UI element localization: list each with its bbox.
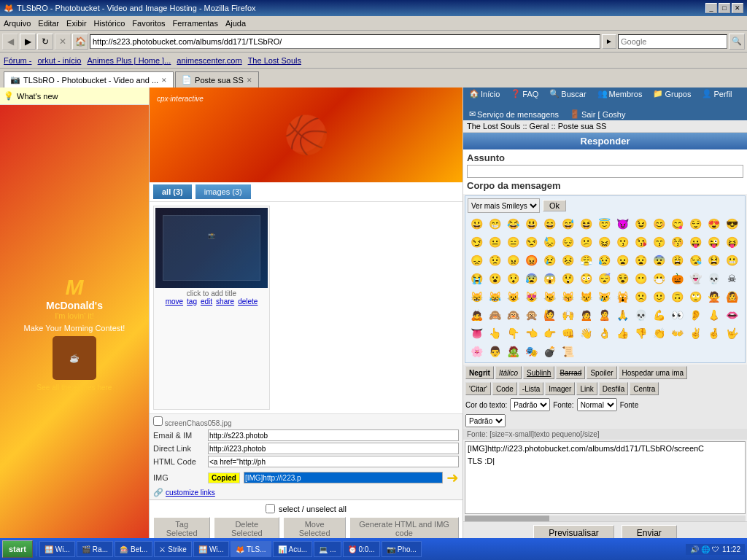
emoji-cell[interactable]: ☠ xyxy=(723,270,740,287)
emoji-cell[interactable]: 😝 xyxy=(723,233,740,251)
search-go-button[interactable]: 🔍 xyxy=(729,34,745,50)
emoji-cell[interactable]: 🙃 xyxy=(668,288,686,306)
emoji-cell[interactable]: 😍 xyxy=(705,215,722,233)
emoji-cell[interactable]: 👐 xyxy=(668,324,686,342)
emoji-cell[interactable]: 😌 xyxy=(686,215,704,233)
emoji-cell[interactable]: 😤 xyxy=(577,252,595,269)
taskbar-item-4[interactable]: 🪟 Wi... xyxy=(193,541,229,557)
emoji-cell[interactable]: 👻 xyxy=(686,270,704,287)
emoji-cell[interactable]: 😸 xyxy=(468,288,485,306)
emoji-cell[interactable]: 😼 xyxy=(541,288,558,306)
emoji-cell[interactable]: 😡 xyxy=(522,252,540,269)
emoji-cell[interactable]: 😘 xyxy=(632,233,649,251)
email-im-input[interactable] xyxy=(208,429,459,441)
emoji-cell[interactable]: 👇 xyxy=(504,324,522,342)
nav-servico[interactable]: ✉ Serviço de mensagens xyxy=(469,109,559,119)
emoji-cell[interactable]: 😽 xyxy=(559,288,576,306)
emoji-cell[interactable]: ✌ xyxy=(686,324,704,342)
nav-sair[interactable]: 🚪 Sair [ Goshy xyxy=(570,109,626,119)
taskbar-item-1[interactable]: 🎬 Ra... xyxy=(77,541,113,557)
emoji-cell[interactable]: 👏 xyxy=(650,324,667,342)
emoji-cell[interactable]: 🙊 xyxy=(522,306,540,324)
minimize-button[interactable]: _ xyxy=(705,3,717,13)
photo-thumbnail[interactable]: 📸 xyxy=(155,208,268,288)
tab-photobucket[interactable]: 📷 TLSbRO - Photobucket - Video and ... ✕ xyxy=(4,71,174,88)
emoji-cell[interactable]: 🤟 xyxy=(723,324,740,342)
emoji-cell[interactable]: 😈 xyxy=(614,215,631,233)
emoji-cell[interactable]: 😩 xyxy=(668,252,686,269)
emoji-cell[interactable]: 😋 xyxy=(668,215,686,233)
forward-button[interactable]: ▶ xyxy=(20,34,36,50)
message-editor[interactable]: [IMG]http://i223.photobucket.com/albums/… xyxy=(465,441,746,514)
emoji-cell[interactable]: 😢 xyxy=(541,252,558,269)
spoiler-button[interactable]: Spoiler xyxy=(587,366,616,379)
emoji-cell[interactable]: 😳 xyxy=(577,270,595,287)
emoji-cell[interactable]: 🙌 xyxy=(559,306,576,324)
emoji-cell[interactable]: 😙 xyxy=(650,233,667,251)
emoji-cell[interactable]: 👌 xyxy=(595,324,613,342)
mcdonalds-see-entries[interactable]: See all the entries here xyxy=(37,384,112,392)
emoji-cell[interactable]: 👉 xyxy=(541,324,558,342)
emoji-cell[interactable]: 🙄 xyxy=(686,288,704,306)
emoji-cell[interactable]: 🙅 xyxy=(705,288,722,306)
emoji-cell[interactable]: 😏 xyxy=(468,233,485,251)
emoji-cell[interactable]: 😥 xyxy=(595,252,613,269)
bold-button[interactable]: Negrit xyxy=(465,366,494,379)
generate-code-button[interactable]: Generate HTML and IMG code xyxy=(349,517,459,540)
desfila-button[interactable]: Desfila xyxy=(599,382,629,395)
emoji-cell[interactable]: 👎 xyxy=(632,324,649,342)
mcdonalds-ad[interactable]: M McDonald's I'm lovin' it! Make Your Mo… xyxy=(0,105,149,544)
emoji-cell[interactable]: 😹 xyxy=(486,288,503,306)
lista-button[interactable]: -Lista xyxy=(519,382,543,395)
html-code-input[interactable] xyxy=(208,456,459,467)
nav-membros[interactable]: 👥 Membros xyxy=(597,89,643,98)
emoji-cell[interactable]: 🙎 xyxy=(595,306,613,324)
emoji-cell[interactable]: 😶 xyxy=(632,270,649,287)
emoji-cell[interactable]: 🙆 xyxy=(723,288,740,306)
emoji-cell[interactable]: 💀 xyxy=(632,306,649,324)
emoji-cell[interactable]: 👍 xyxy=(614,324,631,342)
nav-inicio[interactable]: 🏠 Início xyxy=(469,89,500,98)
emoji-cell[interactable]: 😀 xyxy=(468,215,485,233)
emoji-cell[interactable]: 😆 xyxy=(577,215,595,233)
action-share[interactable]: share xyxy=(216,298,234,306)
emoji-cell[interactable]: 🎃 xyxy=(668,270,686,287)
host-image-button[interactable]: Hospedar uma ima xyxy=(619,366,687,379)
fav-animes[interactable]: Animes Plus [ Home ]... xyxy=(87,56,171,65)
photo-checkbox[interactable] xyxy=(153,416,163,426)
menu-historico[interactable]: Histórico xyxy=(94,19,125,28)
emoji-cell[interactable]: 🙂 xyxy=(650,288,667,306)
emoji-cell[interactable]: 😧 xyxy=(632,252,649,269)
nav-faq[interactable]: ❓ FAQ xyxy=(511,89,538,98)
underline-button[interactable]: Sublinh xyxy=(523,366,554,379)
emoji-cell[interactable]: 🙀 xyxy=(614,288,631,306)
emoji-cell[interactable]: 😊 xyxy=(650,215,667,233)
emoji-cell[interactable]: 📜 xyxy=(559,343,576,360)
taskbar-item-clock[interactable]: ⏰ 0:0... xyxy=(343,541,380,557)
emoji-cell[interactable]: 👈 xyxy=(522,324,540,342)
emoji-cell[interactable]: 😉 xyxy=(632,215,649,233)
emoji-cell[interactable]: 🙁 xyxy=(632,288,649,306)
refresh-button[interactable]: ↻ xyxy=(37,34,53,50)
emoji-cell[interactable]: 😔 xyxy=(559,233,576,251)
emoji-cell[interactable]: 🤞 xyxy=(705,324,722,342)
emoji-cell[interactable]: 👆 xyxy=(486,324,503,342)
back-button[interactable]: ◀ xyxy=(2,34,18,50)
emoji-cell[interactable]: 😒 xyxy=(522,233,540,251)
emoji-cell[interactable]: 😣 xyxy=(559,252,576,269)
emoji-cell[interactable]: 😜 xyxy=(705,233,722,251)
menu-editar[interactable]: Editar xyxy=(38,19,59,28)
emoji-cell[interactable]: 😟 xyxy=(486,252,503,269)
emoji-cell[interactable]: 👀 xyxy=(668,306,686,324)
emoji-cell[interactable]: 👨 xyxy=(486,343,503,360)
go-button[interactable]: ► xyxy=(602,34,616,49)
emoji-cell[interactable]: 🙉 xyxy=(504,306,522,324)
emoji-cell[interactable]: 😦 xyxy=(614,252,631,269)
emoji-cell[interactable]: 😫 xyxy=(705,252,722,269)
taskbar-item-acu[interactable]: 📊 Acu... xyxy=(273,541,313,557)
emoji-cell[interactable]: 😰 xyxy=(522,270,540,287)
emoji-ok-button[interactable]: Ok xyxy=(543,200,566,211)
emoji-cell[interactable]: 😲 xyxy=(559,270,576,287)
nav-perfil[interactable]: 👤 Perfil xyxy=(702,89,732,98)
emoji-cell[interactable]: 😁 xyxy=(486,215,503,233)
